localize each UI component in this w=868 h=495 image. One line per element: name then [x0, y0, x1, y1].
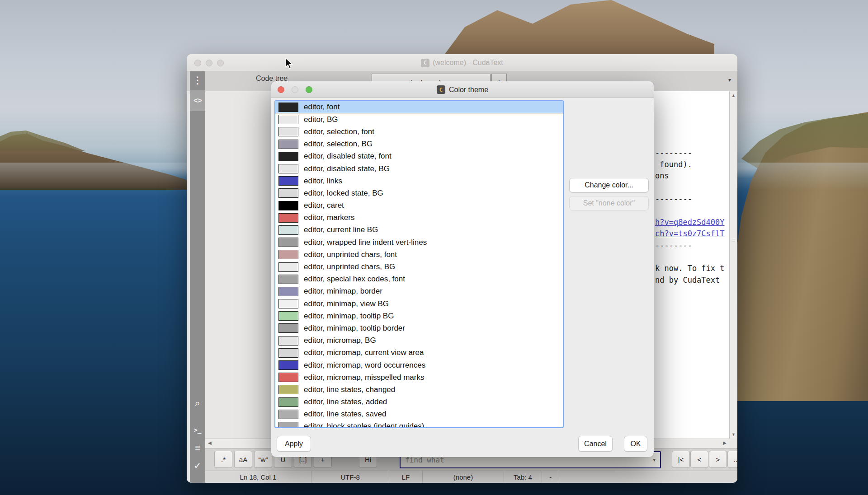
theme-item-label: editor, minimap, tooltip BG: [304, 312, 394, 321]
color-swatch: [278, 410, 298, 419]
theme-item-label: editor, micromap, word occurrences: [304, 361, 425, 370]
theme-item-label: editor, BG: [304, 115, 338, 124]
theme-list-item[interactable]: editor, line states, saved: [275, 408, 563, 420]
theme-list-item[interactable]: editor, BG: [275, 113, 563, 126]
find-nav-button[interactable]: |<: [672, 451, 690, 468]
color-swatch: [278, 103, 298, 112]
color-swatch: [278, 188, 298, 198]
theme-list-item[interactable]: editor, disabled state, BG: [275, 163, 563, 175]
color-swatch: [278, 152, 298, 161]
theme-list-item[interactable]: editor, minimap, border: [275, 285, 563, 298]
find-history-arrow-icon[interactable]: ▾: [653, 457, 656, 463]
theme-list-item[interactable]: editor, locked state, BG: [275, 187, 563, 199]
color-swatch: [278, 287, 298, 296]
find-option-button[interactable]: aA: [234, 451, 252, 468]
statusbar-cell[interactable]: UTF-8: [311, 471, 389, 483]
theme-list[interactable]: editor, fonteditor, BGeditor, selection,…: [274, 100, 564, 428]
theme-list-item[interactable]: editor, disabled state, font: [275, 150, 563, 163]
editor-text-line: [655, 251, 725, 263]
color-swatch: [278, 176, 298, 186]
theme-list-item[interactable]: editor, minimap, tooltip BG: [275, 310, 563, 322]
color-swatch: [278, 115, 298, 124]
window-titlebar[interactable]: C (welcome) - CudaText: [187, 54, 737, 71]
color-swatch: [278, 422, 298, 428]
color-swatch: [278, 299, 298, 308]
apply-button[interactable]: Apply: [277, 436, 311, 452]
validate-check-icon[interactable]: ✓: [190, 457, 205, 475]
statusbar-cell[interactable]: -: [542, 471, 559, 483]
theme-list-item[interactable]: editor, links: [275, 175, 563, 187]
color-swatch: [278, 336, 298, 346]
statusbar-cell[interactable]: LF: [389, 471, 423, 483]
editor-text-line: ons: [655, 170, 725, 182]
editor-link-line[interactable]: ch?v=ts0z7CsflT: [655, 228, 725, 240]
statusbar-cell[interactable]: (none): [423, 471, 504, 483]
search-icon[interactable]: ⌕: [190, 394, 205, 412]
theme-list-item[interactable]: editor, block staples (indent guides): [275, 420, 563, 428]
theme-list-item[interactable]: editor, minimap, view BG: [275, 298, 563, 310]
set-none-color-button[interactable]: Set "none color": [569, 196, 649, 210]
find-nav-button[interactable]: >: [709, 451, 727, 468]
statusbar-cell[interactable]: Ln 18, Col 1: [205, 471, 311, 483]
ok-button[interactable]: OK: [624, 436, 647, 452]
theme-list-item[interactable]: editor, micromap, current view area: [275, 347, 563, 359]
scroll-right-icon[interactable]: ▶: [723, 440, 726, 445]
theme-list-item[interactable]: editor, selection, BG: [275, 138, 563, 150]
cancel-button[interactable]: Cancel: [578, 436, 613, 452]
theme-item-label: editor, selection, font: [304, 127, 374, 136]
theme-list-item[interactable]: editor, micromap, word occurrences: [275, 359, 563, 371]
console-icon[interactable]: >_: [190, 421, 205, 439]
theme-list-item[interactable]: editor, selection, font: [275, 126, 563, 138]
theme-list-item[interactable]: editor, caret: [275, 200, 563, 212]
editor-link-line[interactable]: h?v=q8edzSd400Y: [655, 217, 725, 229]
find-option-button[interactable]: .*: [214, 451, 232, 468]
scroll-left-icon[interactable]: ◀: [208, 440, 212, 445]
theme-item-label: editor, markers: [304, 213, 354, 222]
vertical-scrollbar[interactable]: ▲ ≡ ▼: [729, 91, 737, 439]
dialog-title: Color theme: [449, 86, 488, 94]
splitter-grip-icon[interactable]: ≡: [730, 237, 737, 243]
editor-text-line: --------: [655, 193, 725, 205]
theme-list-item[interactable]: editor, current line BG: [275, 224, 563, 236]
theme-list-item[interactable]: editor, font: [275, 101, 563, 113]
theme-list-item[interactable]: editor, markers: [275, 212, 563, 224]
color-swatch: [278, 225, 298, 235]
theme-list-item[interactable]: editor, unprinted chars, font: [275, 248, 563, 261]
theme-list-item[interactable]: editor, line states, changed: [275, 383, 563, 396]
editor-text-line: found).: [655, 159, 725, 171]
mouse-cursor: [285, 58, 295, 70]
activity-sidebar: ⋮ <> ⌕ >_ ≡ ✓: [190, 71, 205, 483]
tabs-list-arrow-icon[interactable]: ▾: [728, 77, 731, 83]
code-tree-icon[interactable]: <>: [190, 90, 205, 111]
theme-list-item[interactable]: editor, special hex codes, font: [275, 273, 563, 285]
menu-dots-icon[interactable]: ⋮: [190, 71, 205, 89]
theme-list-item[interactable]: editor, minimap, tooltip border: [275, 322, 563, 334]
status-bar: Ln 18, Col 1UTF-8LF(none)Tab: 4-: [205, 471, 737, 483]
theme-item-label: editor, links: [304, 177, 342, 186]
theme-item-label: editor, special hex codes, font: [304, 275, 405, 284]
theme-item-label: editor, unprinted chars, font: [304, 250, 397, 259]
find-option-button[interactable]: “w”: [254, 451, 272, 468]
theme-item-label: editor, minimap, view BG: [304, 299, 389, 308]
scroll-down-icon[interactable]: ▼: [730, 432, 737, 437]
theme-item-label: editor, disabled state, BG: [304, 164, 390, 173]
theme-item-label: editor, disabled state, font: [304, 152, 392, 161]
output-list-icon[interactable]: ≡: [190, 439, 205, 457]
find-nav-button[interactable]: ...: [727, 451, 737, 468]
color-theme-dialog: C Color theme editor, fonteditor, BGedit…: [271, 81, 654, 457]
color-swatch: [278, 250, 298, 259]
theme-list-item[interactable]: editor, micromap, BG: [275, 335, 563, 347]
change-color-button[interactable]: Change color...: [569, 178, 649, 192]
color-swatch: [278, 323, 298, 333]
theme-list-item[interactable]: editor, micromap, misspelled marks: [275, 371, 563, 383]
theme-list-item[interactable]: editor, line states, added: [275, 396, 563, 408]
dialog-titlebar[interactable]: C Color theme: [271, 81, 654, 98]
statusbar-cell[interactable]: Tab: 4: [504, 471, 542, 483]
theme-item-label: editor, wrapped line indent vert-lines: [304, 238, 427, 247]
scroll-up-icon[interactable]: ▲: [730, 93, 737, 98]
theme-list-item[interactable]: editor, wrapped line indent vert-lines: [275, 236, 563, 248]
dialog-title-area: C Color theme: [271, 81, 654, 98]
theme-list-item[interactable]: editor, unprinted chars, BG: [275, 261, 563, 273]
find-nav-button[interactable]: <: [690, 451, 708, 468]
cudatext-dialog-icon: C: [437, 85, 445, 94]
